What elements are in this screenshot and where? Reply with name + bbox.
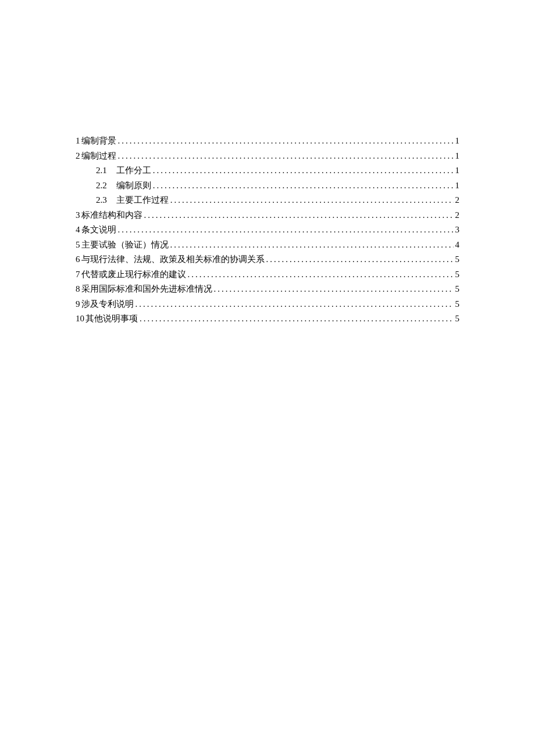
toc-number: 7	[76, 267, 80, 282]
toc-entry[interactable]: 4 条文说明 3	[76, 223, 459, 238]
toc-entry[interactable]: 5 主要试验（验证）情况 4	[76, 238, 459, 253]
toc-leader-dots	[144, 208, 454, 223]
toc-leader-dots	[170, 193, 454, 208]
toc-page: 1	[455, 163, 460, 178]
toc-title: 采用国际标准和国外先进标准情况	[81, 282, 212, 297]
toc-page: 4	[455, 238, 460, 253]
toc-entry[interactable]: 2.2 编制原则 1	[76, 178, 459, 194]
toc-number: 2.3	[96, 193, 107, 208]
toc-page: 5	[455, 282, 460, 297]
toc-leader-dots	[188, 267, 454, 282]
toc-page: 5	[455, 297, 460, 312]
toc-leader-dots	[135, 297, 454, 312]
toc-entry[interactable]: 3 标准结构和内容 2	[76, 208, 459, 223]
toc-entry[interactable]: 10 其他说明事项 5	[76, 311, 459, 327]
table-of-contents: 1 编制背景 1 2 编制过程 1 2.1 工作分工 1 2.2 编制原则 1 …	[76, 134, 459, 327]
toc-page: 3	[455, 223, 460, 238]
toc-title: 涉及专利说明	[81, 297, 134, 312]
toc-page: 5	[455, 252, 460, 267]
toc-number: 2	[76, 149, 80, 164]
toc-entry[interactable]: 6 与现行法律、法规、政策及相关标准的协调关系 5	[76, 252, 459, 267]
toc-title: 条文说明	[81, 223, 116, 238]
toc-page: 1	[455, 149, 460, 164]
toc-page: 5	[455, 267, 460, 282]
toc-title: 其他说明事项	[85, 311, 138, 327]
toc-title: 标准结构和内容	[81, 208, 142, 223]
toc-entry[interactable]: 9 涉及专利说明 5	[76, 297, 459, 312]
toc-entry[interactable]: 7 代替或废止现行标准的建议 5	[76, 267, 459, 282]
toc-number: 8	[76, 282, 80, 297]
toc-entry[interactable]: 2.1 工作分工 1	[76, 163, 459, 178]
toc-title: 编制背景	[81, 134, 116, 149]
toc-number: 5	[76, 238, 80, 253]
toc-number: 4	[76, 223, 80, 238]
toc-number: 10	[76, 311, 84, 327]
toc-title: 主要试验（验证）情况	[81, 238, 169, 253]
toc-leader-dots	[153, 163, 454, 178]
toc-page: 1	[455, 134, 460, 149]
toc-entry[interactable]: 2.3 主要工作过程 2	[76, 193, 459, 208]
toc-leader-dots	[140, 311, 454, 327]
toc-title: 代替或废止现行标准的建议	[81, 267, 186, 282]
toc-page: 2	[455, 193, 460, 208]
toc-leader-dots	[118, 134, 454, 149]
toc-number: 2.2	[96, 178, 107, 194]
toc-leader-dots	[214, 282, 454, 297]
toc-number: 1	[76, 134, 80, 149]
toc-number: 9	[76, 297, 80, 312]
toc-title: 与现行法律、法规、政策及相关标准的协调关系	[81, 252, 265, 267]
toc-title: 主要工作过程	[116, 193, 169, 208]
toc-page: 1	[455, 178, 460, 194]
toc-entry[interactable]: 8 采用国际标准和国外先进标准情况 5	[76, 282, 459, 297]
toc-number: 6	[76, 252, 80, 267]
toc-entry[interactable]: 2 编制过程 1	[76, 149, 459, 164]
toc-title: 编制过程	[81, 149, 116, 164]
toc-number: 3	[76, 208, 80, 223]
toc-number: 2.1	[96, 163, 107, 178]
toc-leader-dots	[153, 178, 454, 194]
toc-entry[interactable]: 1 编制背景 1	[76, 134, 459, 149]
toc-page: 2	[455, 208, 460, 223]
toc-leader-dots	[266, 252, 454, 267]
toc-page: 5	[455, 311, 460, 327]
toc-leader-dots	[170, 238, 454, 253]
toc-title: 编制原则	[116, 178, 151, 194]
toc-leader-dots	[118, 149, 454, 164]
toc-title: 工作分工	[116, 163, 151, 178]
toc-leader-dots	[118, 223, 454, 238]
